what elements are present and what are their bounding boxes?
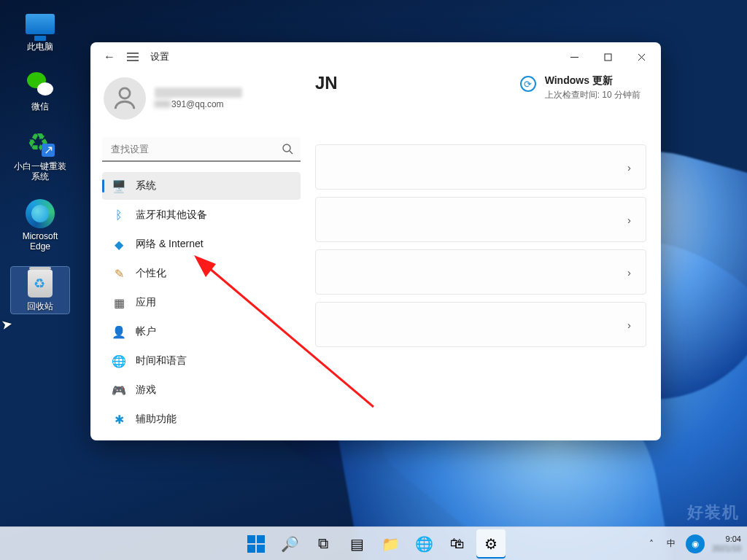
nav-item-label: 应用 — [136, 296, 156, 309]
watermark-text: 好装机 — [687, 502, 740, 524]
gaming-icon: 🎮 — [112, 384, 125, 397]
clock-date-hidden: 2021/10 — [712, 544, 741, 553]
nav-item-time[interactable]: 🌐时间和语言 — [102, 347, 301, 375]
wechat-icon — [26, 71, 55, 97]
svg-rect-0 — [605, 54, 611, 61]
settings-sidebar: 000391@qq.com 🖥️系统ᛒ蓝牙和其他设备◆网络 & Internet… — [90, 71, 306, 440]
settings-nav: 🖥️系统ᛒ蓝牙和其他设备◆网络 & Internet✎个性化▦应用👤帐户🌐时间和… — [102, 172, 301, 433]
settings-card[interactable]: › — [315, 302, 646, 347]
window-title: 设置 — [150, 50, 169, 63]
widgets-icon: ▤ — [350, 535, 364, 553]
desktop-icon-label: 小白一键重装 系统 — [14, 161, 66, 182]
settings-card[interactable]: › — [315, 249, 646, 295]
nav-item-label: 网络 & Internet — [136, 238, 204, 251]
network-icon: ◆ — [112, 238, 125, 251]
chevron-right-icon: › — [627, 266, 631, 279]
nav-item-network[interactable]: ◆网络 & Internet — [102, 230, 301, 258]
search-icon — [282, 143, 293, 158]
start-button[interactable] — [241, 529, 271, 559]
taskbar-clock[interactable]: 9:04 2021/10 — [712, 534, 741, 553]
chevron-right-icon: › — [627, 161, 631, 174]
personalization-icon: ✎ — [112, 267, 125, 280]
settings-card[interactable]: › — [315, 144, 646, 190]
window-maximize-button[interactable] — [591, 45, 624, 69]
nav-item-apps[interactable]: ▦应用 — [102, 289, 301, 316]
update-sync-icon: ⟳ — [520, 76, 536, 92]
nav-item-gaming[interactable]: 🎮游戏 — [102, 376, 301, 404]
recycle-bin-icon — [28, 270, 53, 298]
settings-cards-list: ›››› — [315, 144, 646, 347]
settings-search[interactable] — [102, 137, 301, 162]
windows-update-card[interactable]: ⟳ Windows 更新 上次检查时间: 10 分钟前 — [520, 74, 640, 101]
settings-card[interactable]: › — [315, 197, 646, 242]
desktop-icon-label: 回收站 — [27, 301, 53, 311]
windows-logo-icon — [247, 535, 265, 553]
window-titlebar[interactable]: ← 设置 — [90, 42, 661, 71]
window-minimize-button[interactable] — [557, 45, 591, 69]
nav-item-label: 个性化 — [136, 267, 166, 280]
nav-item-accessibility[interactable]: ✱辅助功能 — [102, 405, 301, 433]
svg-point-1 — [283, 144, 290, 152]
edge-icon: 🌐 — [415, 535, 433, 553]
time-icon: 🌐 — [112, 354, 125, 368]
accessibility-icon: ✱ — [112, 413, 125, 426]
desktop-icons-column: 此电脑 微信 小白一键重装 系统 Microsoft Edge 回收站 — [7, 7, 73, 314]
monitor-icon — [26, 14, 55, 34]
nav-item-label: 时间和语言 — [136, 354, 187, 368]
desktop-icon-label: Microsoft Edge — [23, 231, 58, 252]
store-icon: 🛍 — [450, 535, 465, 552]
profile-block[interactable]: 000391@qq.com — [102, 71, 301, 134]
accounts-icon: 👤 — [112, 325, 125, 338]
explorer-icon: 📁 — [382, 535, 400, 553]
taskbar-system-tray: ˄ 中 ◉ 9:04 2021/10 — [646, 534, 741, 553]
hamburger-icon — [127, 52, 139, 61]
nav-item-label: 游戏 — [136, 384, 156, 397]
tray-ime-indicator[interactable]: 中 — [664, 536, 678, 551]
window-close-button[interactable] — [624, 45, 658, 69]
nav-item-accounts[interactable]: 👤帐户 — [102, 318, 301, 346]
taskview-icon: ⧉ — [318, 535, 328, 552]
chevron-right-icon: › — [627, 319, 631, 331]
search-input[interactable] — [102, 137, 301, 162]
desktop-icon-wechat[interactable]: 微信 — [11, 67, 69, 114]
nav-item-personalization[interactable]: ✎个性化 — [102, 260, 301, 287]
update-subtitle: 上次检查时间: 10 分钟前 — [545, 89, 640, 101]
taskbar-center: 🔍⧉▤📁🌐🛍⚙ — [241, 529, 506, 559]
desktop-icon-label: 此电脑 — [27, 42, 53, 52]
nav-item-label: 辅助功能 — [136, 413, 177, 426]
chevron-right-icon: › — [627, 214, 631, 226]
desktop-icon-recycle-bin[interactable]: 回收站 — [11, 267, 69, 314]
widgets-button[interactable]: ▤ — [342, 529, 371, 559]
person-icon — [112, 86, 137, 111]
update-title: Windows 更新 — [545, 74, 640, 88]
desktop-icon-reinstall[interactable]: 小白一键重装 系统 — [11, 127, 69, 184]
desktop-icon-this-pc[interactable]: 此电脑 — [11, 7, 69, 54]
nav-item-bluetooth[interactable]: ᛒ蓝牙和其他设备 — [102, 201, 301, 229]
tray-overflow-chevron[interactable]: ˄ — [646, 537, 657, 551]
hamburger-menu-button[interactable] — [123, 47, 143, 67]
nav-item-label: 蓝牙和其他设备 — [136, 209, 207, 222]
search-button[interactable]: 🔍 — [275, 529, 304, 559]
apps-icon: ▦ — [112, 296, 125, 309]
system-icon: 🖥️ — [112, 179, 125, 192]
bluetooth-icon: ᛒ — [112, 209, 125, 222]
nav-item-system[interactable]: 🖥️系统 — [102, 172, 301, 200]
task-view-button[interactable]: ⧉ — [309, 529, 338, 559]
desktop-icon-label: 微信 — [31, 101, 49, 112]
file-explorer[interactable]: 📁 — [376, 529, 405, 559]
search-icon: 🔍 — [281, 535, 299, 553]
tray-app-icon[interactable]: ◉ — [686, 534, 705, 553]
clock-time: 9:04 — [712, 534, 741, 544]
profile-email: 000391@qq.com — [155, 99, 242, 109]
edge-icon — [26, 199, 55, 228]
profile-name-redacted — [155, 88, 242, 98]
recycle-arrows-icon — [26, 131, 55, 157]
settings-window: ← 设置 000391@qq.com — [90, 42, 661, 440]
edge-taskbar[interactable]: 🌐 — [409, 529, 438, 559]
desktop-icon-edge[interactable]: Microsoft Edge — [11, 197, 69, 254]
settings-taskbar[interactable]: ⚙ — [476, 529, 506, 559]
back-button[interactable]: ← — [99, 47, 120, 67]
store-taskbar[interactable]: 🛍 — [443, 529, 472, 559]
nav-item-label: 帐户 — [136, 325, 156, 338]
settings-main: JN ⟳ Windows 更新 上次检查时间: 10 分钟前 ›››› — [306, 71, 661, 440]
